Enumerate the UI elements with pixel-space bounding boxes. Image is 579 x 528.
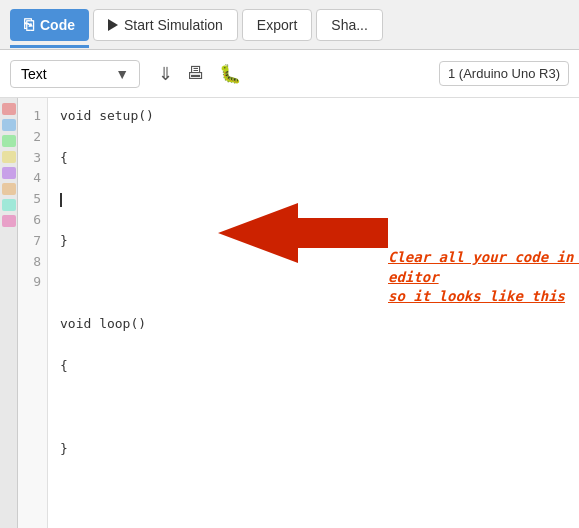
export-label: Export: [257, 17, 297, 33]
chevron-down-icon: ▼: [115, 66, 129, 82]
gutter-bar: [2, 167, 16, 179]
line-number: 5: [18, 189, 41, 210]
line-number: 1: [18, 106, 41, 127]
line-number: 2: [18, 127, 41, 148]
line-number: 6: [18, 210, 41, 231]
gutter-bar: [2, 215, 16, 227]
code-line-1: void setup(): [60, 106, 567, 127]
line-number: 7: [18, 231, 41, 252]
code-icon: ⎘: [24, 16, 34, 34]
start-simulation-label: Start Simulation: [124, 17, 223, 33]
line-number: 4: [18, 168, 41, 189]
arduino-badge-label: 1 (Arduino Uno R3): [448, 66, 560, 81]
top-bar: ⎘ Code Start Simulation Export Sha...: [0, 0, 579, 50]
code-editor[interactable]: void setup() { } void loop() { }: [48, 98, 579, 528]
code-line-4: }: [60, 231, 567, 252]
second-bar: Text ▼ ⇓ 🖶 🐛 1 (Arduino Uno R3): [0, 50, 579, 98]
play-icon: [108, 19, 118, 31]
code-button[interactable]: ⎘ Code: [10, 9, 89, 41]
code-line-6: void loop(): [60, 314, 567, 335]
gutter-bar: [2, 183, 16, 195]
line-number: 9: [18, 272, 41, 293]
code-line-9: }: [60, 439, 567, 460]
line-number: 3: [18, 148, 41, 169]
gutter-bar: [2, 151, 16, 163]
toolbar-icons: ⇓ 🖶 🐛: [156, 61, 243, 87]
start-simulation-button[interactable]: Start Simulation: [93, 9, 238, 41]
editor-area: 1 2 3 4 5 6 7 8 9 void setup() { } void …: [0, 98, 579, 528]
line-numbers: 1 2 3 4 5 6 7 8 9: [18, 98, 48, 528]
line-number: 8: [18, 252, 41, 273]
gutter-bar: [2, 119, 16, 131]
text-dropdown[interactable]: Text ▼: [10, 60, 140, 88]
arduino-badge: 1 (Arduino Uno R3): [439, 61, 569, 86]
code-line-7: {: [60, 356, 567, 377]
gutter-bar: [2, 135, 16, 147]
code-line-8: [60, 397, 567, 418]
code-line-5: [60, 272, 567, 293]
gutter-bar: [2, 199, 16, 211]
code-label: Code: [40, 17, 75, 33]
export-button[interactable]: Export: [242, 9, 312, 41]
code-line-3: [60, 189, 567, 210]
code-tab-container: ⎘ Code: [10, 9, 89, 41]
debug-icon-button[interactable]: 🐛: [217, 61, 243, 87]
share-button[interactable]: Sha...: [316, 9, 383, 41]
print-icon-button[interactable]: 🖶: [185, 61, 207, 86]
left-gutter: [0, 98, 18, 528]
gutter-bar: [2, 103, 16, 115]
text-dropdown-label: Text: [21, 66, 47, 82]
download-icon-button[interactable]: ⇓: [156, 61, 175, 87]
share-label: Sha...: [331, 17, 368, 33]
code-line-2: {: [60, 148, 567, 169]
